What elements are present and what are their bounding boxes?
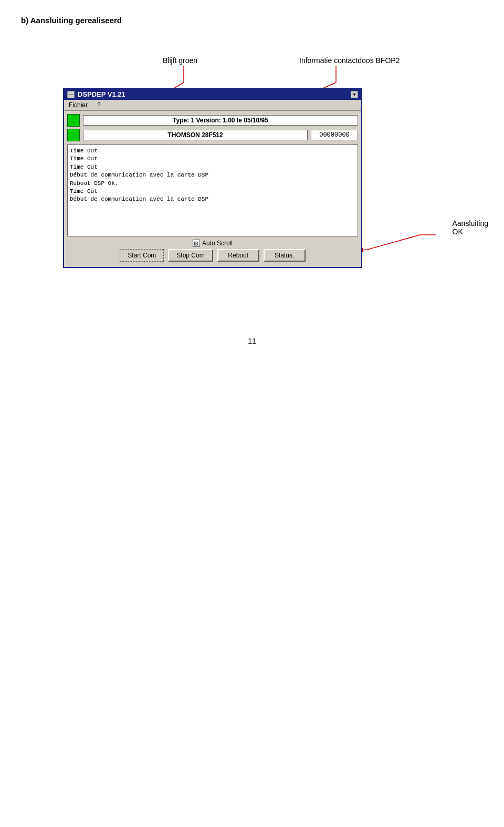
info-row-chip: THOMSON 28F512 00000000 xyxy=(67,129,358,141)
log-line: Time Out xyxy=(70,188,355,195)
window-title: DSPDEP V1.21 xyxy=(78,90,125,98)
app-menubar: Fichier ? xyxy=(64,100,361,111)
green-indicator-1 xyxy=(67,114,80,127)
log-line: Reboot DSP Ok. xyxy=(70,180,355,188)
log-line: Time Out xyxy=(70,147,355,155)
green-indicator-2 xyxy=(67,129,80,141)
section-title: b) Aansluiting gerealiseerd xyxy=(21,16,483,25)
log-line: Time Out xyxy=(70,155,355,163)
label-aansluiting-ok: Aansluiting OK xyxy=(453,219,489,236)
menu-help[interactable]: ? xyxy=(96,101,102,109)
log-line-last: Début de communication avec la carte DSP xyxy=(70,195,355,203)
info-row-version: Type: 1 Version: 1.00 le 05/10/95 xyxy=(67,114,358,127)
app-window: — DSPDEP V1.21 ▼ Fichier ? Type: 1 Versi… xyxy=(63,88,362,268)
log-line: Début de communication avec la carte DSP xyxy=(70,171,355,179)
window-minimize-button[interactable]: ▼ xyxy=(351,91,358,98)
reboot-button[interactable]: Reboot xyxy=(217,249,259,262)
buttons-row: Start Com Stop Com Reboot Status. xyxy=(67,249,358,264)
label-informatie: Informatie contactdoos BFOP2 xyxy=(299,56,400,65)
autoscroll-label: Auto Scroll xyxy=(202,240,233,247)
label-blijft-groen: Blijft groen xyxy=(163,56,197,65)
status-button[interactable]: Status. xyxy=(264,249,306,262)
app-titlebar: — DSPDEP V1.21 ▼ xyxy=(64,89,361,100)
window-system-icon[interactable]: — xyxy=(67,91,75,98)
app-body: Type: 1 Version: 1.00 le 05/10/95 THOMSO… xyxy=(64,111,361,267)
stop-com-button[interactable]: Stop Com xyxy=(168,249,213,262)
autoscroll-row: ⊠ Auto Scroll xyxy=(67,240,358,247)
start-com-button[interactable]: Start Com xyxy=(120,249,164,262)
menu-fichier[interactable]: Fichier xyxy=(67,101,89,109)
log-area[interactable]: Time Out Time Out Time Out Début de comm… xyxy=(67,144,358,236)
version-info-box: Type: 1 Version: 1.00 le 05/10/95 xyxy=(83,115,358,126)
hex-value-box: 00000000 xyxy=(311,130,358,140)
autoscroll-checkbox[interactable]: ⊠ xyxy=(193,240,200,247)
log-line: Time Out xyxy=(70,163,355,171)
chip-info-box: THOMSON 28F512 xyxy=(83,130,308,140)
page-number: 11 xyxy=(248,337,256,345)
